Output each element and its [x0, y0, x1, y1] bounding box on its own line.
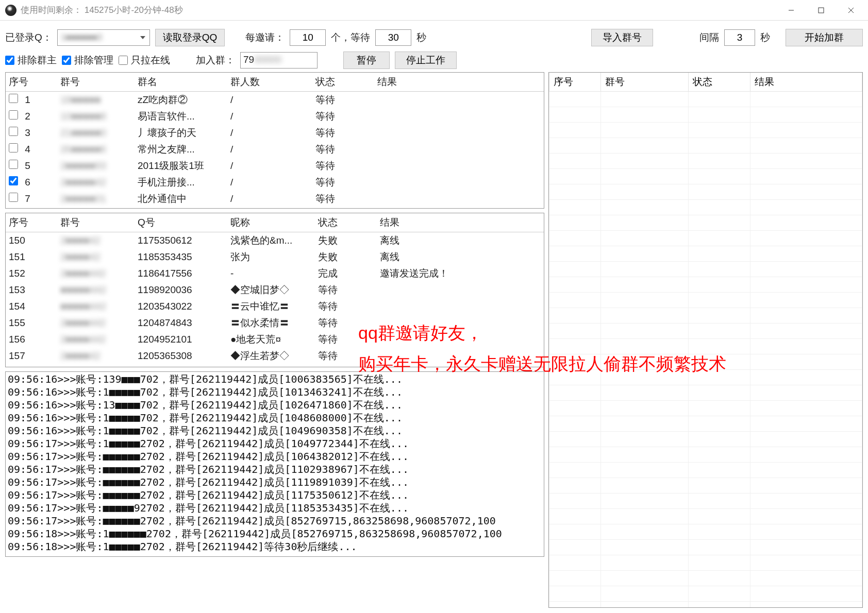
row-checkbox[interactable] — [9, 143, 18, 152]
table-row[interactable]: 1562■■■■4421204952101●地老天荒¤等待 — [6, 331, 544, 348]
table-row — [549, 431, 862, 447]
table-row[interactable]: 426■■■■■6常州之友牌.../等待 — [6, 141, 544, 158]
table-row — [549, 601, 862, 608]
col2-qq[interactable]: Q号 — [135, 213, 227, 232]
col3-gid[interactable]: 群号 — [601, 73, 689, 91]
right-pane: 序号 群号 状态 结果 — [548, 72, 863, 608]
table-row[interactable]: 1512■■■■421185353435张为失败离线 — [6, 249, 544, 265]
row-checkbox[interactable] — [9, 94, 18, 103]
table-row — [549, 508, 862, 524]
left-pane: 序号 群号 群名 群人数 状态 结果 118■■■■■zZ吃肉群②/等待 210… — [5, 72, 544, 608]
join-queue-panel[interactable]: 序号 群号 状态 结果 — [548, 72, 863, 608]
col-seq[interactable]: 序号 — [6, 73, 57, 91]
interval-label: 间隔 — [699, 31, 719, 44]
groups-table-panel[interactable]: 序号 群号 群名 群人数 状态 结果 118■■■■■zZ吃肉群②/等待 210… — [5, 72, 544, 209]
window-controls — [776, 0, 866, 21]
table-row[interactable]: 62■■■■■42手机注册接.../等待 — [6, 174, 544, 191]
table-row — [549, 153, 862, 168]
row-checkbox[interactable] — [9, 193, 18, 202]
table-row — [549, 493, 862, 508]
col-result[interactable]: 结果 — [374, 73, 544, 91]
unit-wait-label: 个，等待 — [331, 31, 370, 44]
title-time: 145275小时-20分钟-48秒 — [85, 5, 183, 15]
control-row-1: 已登录Q： 1■■■■■■3 读取登录QQ 每邀请： 个，等待 秒 导入群号 间… — [5, 29, 863, 46]
table-row[interactable]: 1572■■■■421205365308◆浮生若梦◇等待 — [6, 348, 544, 364]
close-button[interactable] — [836, 0, 866, 21]
table-row — [549, 230, 862, 246]
col3-result[interactable]: 结果 — [750, 73, 862, 91]
titlebar: 使用时间剩余： 145275小时-20分钟-48秒 — [0, 0, 868, 21]
exclude-admin-checkbox[interactable]: 排除管理 — [62, 54, 113, 67]
table-row — [549, 184, 862, 199]
exclude-owner-checkbox[interactable]: 排除群主 — [5, 54, 57, 67]
per-invite-input[interactable] — [290, 29, 326, 46]
row-checkbox[interactable] — [9, 127, 18, 136]
maximize-button[interactable] — [806, 0, 836, 21]
stop-button[interactable]: 停止工作 — [395, 52, 457, 69]
table-row — [549, 354, 862, 369]
col2-gid[interactable]: 群号 — [57, 213, 135, 232]
import-group-button[interactable]: 导入群号 — [591, 29, 653, 46]
interval-seconds-label: 秒 — [760, 31, 770, 44]
title-prefix: 使用时间剩余： — [21, 5, 82, 15]
account-combo[interactable]: 1■■■■■■3 — [57, 29, 150, 46]
table-row[interactable]: 72■■■■■01北外通信中/等待 — [6, 191, 544, 207]
table-row — [549, 555, 862, 570]
per-invite-label: 每邀请： — [245, 31, 285, 44]
table-row[interactable]: 153■■■■■4421198920036◆空城旧梦◇等待 — [6, 282, 544, 298]
join-group-label: 加入群： — [196, 54, 235, 67]
groups-table: 序号 群号 群名 群人数 状态 结果 118■■■■■zZ吃肉群②/等待 210… — [6, 73, 544, 207]
col2-result[interactable]: 结果 — [377, 213, 544, 232]
col-status[interactable]: 状态 — [312, 73, 374, 91]
table-row — [549, 524, 862, 539]
col-gname[interactable]: 群名 — [135, 73, 227, 91]
col3-status[interactable]: 状态 — [689, 73, 750, 91]
table-row — [549, 91, 862, 107]
table-row — [549, 261, 862, 277]
join-queue-table: 序号 群号 状态 结果 — [549, 73, 862, 608]
table-row — [549, 338, 862, 354]
table-row[interactable]: 1522■■■■4421186417556-完成邀请发送完成！ — [6, 265, 544, 282]
table-row — [549, 277, 862, 292]
table-row — [549, 138, 862, 153]
table-row[interactable]: 118■■■■■zZ吃肉群②/等待 — [6, 91, 544, 108]
wait-seconds-input[interactable] — [375, 29, 411, 46]
table-row — [549, 586, 862, 601]
start-join-button[interactable]: 开始加群 — [786, 29, 863, 46]
table-row — [549, 539, 862, 555]
table-row — [549, 478, 862, 493]
table-row — [549, 308, 862, 323]
members-table-panel[interactable]: 序号 群号 Q号 昵称 状态 结果 1502■■■■421175350612浅紫… — [5, 213, 544, 367]
table-row[interactable]: 210■■■■■8易语言软件.../等待 — [6, 108, 544, 125]
table-row — [549, 323, 862, 338]
col3-seq[interactable]: 序号 — [549, 73, 601, 91]
body-split: 序号 群号 群名 群人数 状态 结果 118■■■■■zZ吃肉群②/等待 210… — [5, 72, 863, 608]
col2-status[interactable]: 状态 — [315, 213, 377, 232]
table-row — [549, 292, 862, 308]
minimize-button[interactable] — [776, 0, 806, 21]
read-login-button[interactable]: 读取登录QQ — [155, 29, 225, 46]
col-gcount[interactable]: 群人数 — [227, 73, 312, 91]
only-online-checkbox[interactable]: 只拉在线 — [119, 54, 170, 67]
account-value: 1■■■■■■3 — [61, 32, 103, 43]
interval-input[interactable] — [724, 29, 755, 46]
table-row — [549, 215, 862, 230]
col2-nick[interactable]: 昵称 — [227, 213, 315, 232]
table-row — [549, 369, 862, 385]
table-row — [549, 447, 862, 462]
table-row[interactable]: 1552■■■■4421204874843〓似水柔情〓等待 — [6, 315, 544, 331]
row-checkbox[interactable] — [9, 110, 18, 120]
table-row — [549, 400, 862, 416]
table-row[interactable]: 1502■■■■421175350612浅紫色的&m...失败离线 — [6, 232, 544, 249]
col-gid[interactable]: 群号 — [57, 73, 135, 91]
log-output[interactable]: 09:56:16>>>账号:139■■■702，群号[262119442]成员[… — [5, 371, 544, 557]
pause-button[interactable]: 暂停 — [343, 52, 390, 69]
row-checkbox[interactable] — [9, 176, 18, 185]
row-checkbox[interactable] — [9, 160, 18, 169]
table-row[interactable]: 154■■■■■4421203543022〓云中谁忆〓等待 — [6, 298, 544, 315]
table-row — [549, 168, 862, 184]
col2-seq[interactable]: 序号 — [6, 213, 57, 232]
table-row[interactable]: 321■■■■■0丿壞孩子的天/等待 — [6, 125, 544, 141]
table-row — [549, 246, 862, 261]
table-row[interactable]: 52■■■■■932011级服装1班/等待 — [6, 158, 544, 174]
